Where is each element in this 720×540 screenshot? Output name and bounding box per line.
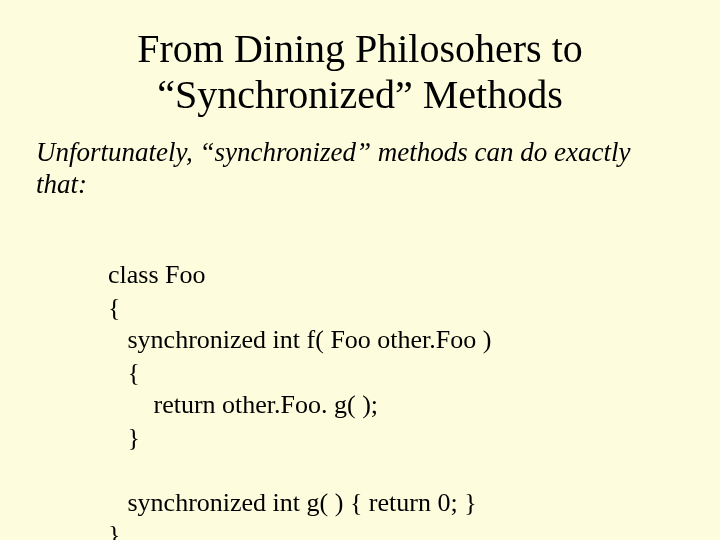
code-line: return other.Foo. g( ); <box>108 390 378 419</box>
code-line: } <box>108 423 140 452</box>
code-line: { <box>108 358 140 387</box>
slide: From Dining Philosohers to “Synchronized… <box>0 0 720 540</box>
code-line: synchronized int g( ) { return 0; } <box>108 488 477 517</box>
slide-title: From Dining Philosohers to “Synchronized… <box>36 26 684 118</box>
title-line-1: From Dining Philosohers to <box>137 26 583 71</box>
code-line: synchronized int f( Foo other.Foo ) <box>108 325 491 354</box>
code-line: { <box>108 293 120 322</box>
slide-subtitle: Unfortunately, “synchronized” methods ca… <box>36 136 684 201</box>
code-line: } <box>108 520 120 540</box>
code-block: class Foo { synchronized int f( Foo othe… <box>108 227 684 540</box>
code-line: class Foo <box>108 260 206 289</box>
title-line-2: “Synchronized” Methods <box>157 72 562 117</box>
